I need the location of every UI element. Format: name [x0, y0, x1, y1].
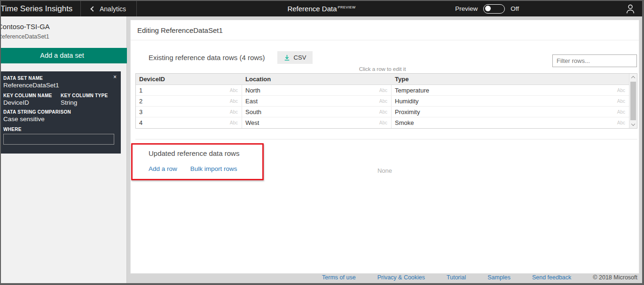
cell-type-hint: Abc: [230, 88, 238, 93]
footer-link[interactable]: Send feedback: [532, 274, 571, 281]
app-window: Time Series Insights Analytics Reference…: [0, 0, 644, 285]
cell-type-hint: Abc: [230, 109, 238, 115]
table-cell: NorthAbc: [242, 85, 392, 95]
preview-label: Preview: [455, 5, 478, 12]
download-icon: [284, 54, 290, 61]
editing-title: Editing ReferenceDataSet1: [131, 20, 639, 40]
cell-value: South: [245, 108, 261, 116]
cell-type-hint: Abc: [379, 109, 387, 115]
cell-type-hint: Abc: [379, 120, 387, 125]
csv-button-label: CSV: [294, 54, 306, 61]
string-comparison-value: Case sensitive: [3, 116, 116, 123]
cell-value: Temperature: [395, 87, 429, 94]
table-cell: 2Abc: [136, 96, 242, 106]
download-csv-button[interactable]: CSV: [277, 51, 313, 64]
cell-value: 1: [139, 87, 142, 94]
table-cell: SmokeAbc: [392, 117, 629, 128]
nav-back-analytics[interactable]: Analytics: [81, 1, 136, 16]
footer-link[interactable]: Tutorial: [447, 274, 466, 281]
close-icon[interactable]: ×: [113, 74, 117, 80]
dataset-name-label: DATA SET NAME: [3, 76, 116, 81]
cell-value: 2: [139, 98, 142, 105]
key-column-name-label: KEY COLUMN NAME: [3, 93, 61, 98]
environment-name: Contoso-TSI-GA: [0, 23, 50, 31]
cell-value: Smoke: [395, 119, 414, 126]
user-profile-icon[interactable]: [625, 3, 636, 16]
table-header-row: DeviceID Location Type: [136, 74, 629, 85]
cell-type-hint: Abc: [379, 99, 387, 104]
sidebar-dataset-name[interactable]: ReferenceDataSet1: [0, 33, 49, 40]
cell-value: 4: [139, 119, 142, 126]
annotation-highlight-box: [131, 143, 264, 180]
table-row[interactable]: 2AbcEastAbcHumidityAbc: [136, 96, 629, 107]
back-chevron-icon: [90, 6, 95, 11]
preview-state-label: Off: [510, 5, 519, 12]
footer-links: Terms of usePrivacy & CookiesTutorialSam…: [322, 274, 571, 281]
where-label: WHERE: [3, 127, 116, 132]
section-divider: [135, 139, 637, 139]
table-row[interactable]: 3AbcSouthAbcProximityAbc: [136, 107, 629, 117]
scroll-down-icon[interactable]: [631, 122, 635, 126]
key-column-name-value: DeviceID: [3, 99, 61, 106]
reference-data-table: DeviceID Location Type 1AbcNorthAbcTempe…: [135, 73, 637, 129]
preview-toggle-group: Preview Off: [455, 1, 519, 16]
table-cell: TemperatureAbc: [392, 85, 629, 95]
toggle-knob: [485, 6, 491, 11]
cell-type-hint: Abc: [617, 99, 625, 104]
dataset-details-panel: × DATA SET NAME ReferenceDataSet1 KEY CO…: [0, 71, 121, 154]
dataset-name-value: ReferenceDataSet1: [3, 82, 116, 89]
table-cell: WestAbc: [242, 117, 392, 128]
table-body: 1AbcNorthAbcTemperatureAbc2AbcEastAbcHum…: [136, 85, 629, 128]
cell-type-hint: Abc: [617, 120, 625, 125]
key-column-type-label: KEY COLUMN TYPE: [61, 93, 108, 98]
sidebar: Contoso-TSI-GA ReferenceDataSet1 Add a d…: [1, 16, 127, 283]
footer-link[interactable]: Samples: [487, 274, 510, 281]
footer: Terms of usePrivacy & CookiesTutorialSam…: [322, 274, 637, 281]
table-row[interactable]: 4AbcWestAbcSmokeAbc: [136, 117, 629, 128]
table-cell: ProximityAbc: [392, 107, 629, 117]
top-header: Time Series Insights Analytics Reference…: [1, 1, 642, 16]
table-scrollbar[interactable]: [629, 74, 637, 128]
where-input[interactable]: [3, 134, 114, 145]
cell-value: Proximity: [395, 108, 420, 116]
cell-value: North: [245, 87, 260, 94]
copyright-text: © 2018 Microsoft: [593, 274, 637, 281]
preview-badge: PREVIEW: [338, 5, 355, 9]
table-cell: 3Abc: [136, 107, 242, 117]
table-cell: 4Abc: [136, 117, 242, 128]
cell-value: 3: [139, 108, 142, 116]
cell-value: West: [245, 119, 259, 126]
cell-value: East: [245, 98, 258, 105]
cell-value: Humidity: [395, 98, 419, 105]
cell-type-hint: Abc: [230, 99, 238, 104]
cell-type-hint: Abc: [617, 109, 625, 115]
scroll-up-icon[interactable]: [631, 76, 635, 80]
header-divider: [136, 1, 137, 16]
table-cell: HumidityAbc: [392, 96, 629, 106]
table-row[interactable]: 1AbcNorthAbcTemperatureAbc: [136, 85, 629, 96]
existing-rows-label: Existing reference data rows (4 rows): [149, 54, 265, 62]
app-title: Time Series Insights: [0, 4, 80, 14]
filter-rows-input[interactable]: [552, 54, 637, 67]
string-comparison-label: DATA STRING COMPARISON: [3, 109, 116, 115]
column-header-deviceid[interactable]: DeviceID: [136, 74, 242, 85]
key-column-type-value: String: [61, 99, 108, 106]
footer-link[interactable]: Terms of use: [322, 274, 356, 281]
table-cell: EastAbc: [242, 96, 392, 106]
column-header-location[interactable]: Location: [242, 74, 392, 85]
add-dataset-button[interactable]: Add a data set: [0, 48, 127, 63]
cell-type-hint: Abc: [230, 120, 238, 125]
table-cell: SouthAbc: [242, 107, 392, 117]
cell-type-hint: Abc: [379, 88, 387, 93]
preview-toggle[interactable]: [483, 4, 505, 14]
column-header-type[interactable]: Type: [392, 74, 629, 85]
nav-back-label: Analytics: [100, 5, 126, 13]
cell-type-hint: Abc: [617, 88, 625, 93]
table-cell: 1Abc: [136, 85, 242, 95]
footer-link[interactable]: Privacy & Cookies: [377, 274, 425, 281]
scrollbar-thumb[interactable]: [630, 82, 636, 120]
